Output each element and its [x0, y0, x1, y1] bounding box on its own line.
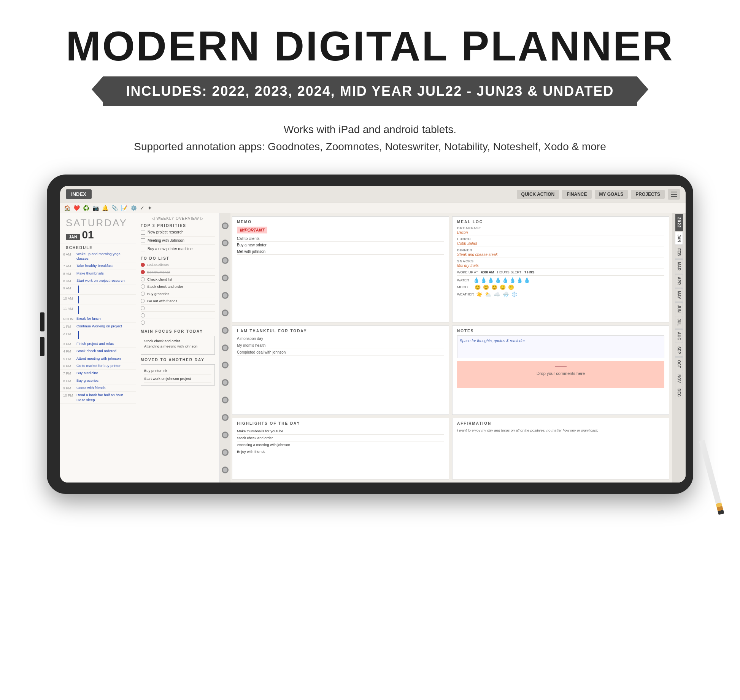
todo-3: Check client list [141, 277, 215, 283]
todo-5-radio[interactable] [141, 292, 145, 296]
time-1pm: 1 PM [63, 324, 76, 329]
highlights-title: HIGHLIGHTS OF THE DAY [237, 421, 444, 425]
month-tab-jan[interactable]: JAN [675, 232, 683, 245]
month-tab-apr[interactable]: APR [675, 274, 683, 287]
time-8am-b: 8 AM [63, 278, 76, 283]
schedule-text-4pm: Stock check and ordered [76, 349, 116, 353]
menu-button[interactable] [668, 189, 680, 200]
spiral-ring-2 [222, 240, 229, 246]
schedule-bar-2pm [78, 331, 79, 339]
year-tab-2022[interactable]: 2022 [675, 214, 683, 231]
bell-icon[interactable]: 🔔 [102, 205, 108, 211]
todo-1-radio[interactable] [141, 263, 145, 267]
recycle-icon[interactable]: ♻️ [83, 205, 89, 211]
mood-emoji-3: 😊 [491, 284, 497, 290]
moved-label: MOVED TO ANOTHER DAY [141, 358, 215, 362]
todo-9-radio[interactable] [141, 321, 145, 325]
priority-3-checkbox[interactable] [141, 247, 145, 251]
finance-tab[interactable]: FINANCE [562, 190, 591, 199]
camera-icon[interactable]: 📷 [92, 205, 99, 211]
memo-line-1: Call to clients [237, 237, 444, 242]
notes-text[interactable]: Space for thoughts, quotes & reminder [457, 335, 664, 358]
todo-7-radio[interactable] [141, 306, 145, 310]
dinner-section: DINNER Steak and chease steak [457, 248, 664, 257]
month-tab-may[interactable]: MAY [675, 288, 683, 302]
moved-box: Buy printer ink Start work on johnson pr… [141, 364, 215, 386]
affirmation-panel: AFFIRMATION I want to enjoy my day and f… [452, 418, 669, 479]
priority-1-checkbox[interactable] [141, 230, 145, 235]
schedule-text-5pm: Attent meeting with johnson [76, 356, 121, 361]
month-tab-dec[interactable]: DEC [675, 386, 683, 399]
menu-line-3 [671, 196, 677, 197]
month-tab-jun[interactable]: JUN [675, 302, 683, 315]
schedule-row-4pm: 4 PM Stock check and ordered [60, 348, 136, 355]
thankful-panel: I AM THANKFUL FOR TODAY A monsoon day My… [232, 325, 449, 415]
right-content: MEMO IMPORTANT Call to clients Buy a new… [230, 213, 672, 483]
hours-label: HOURS SLEPT [497, 270, 521, 274]
time-8pm: 8 PM [63, 378, 76, 383]
spiral-ring-6 [222, 310, 229, 316]
priority-2: Meeting with Johnson [141, 238, 215, 245]
my-goals-tab[interactable]: MY GOALS [595, 190, 628, 199]
todo-6-radio[interactable] [141, 299, 145, 303]
priority-1-text: New project research [148, 230, 183, 234]
mood-label: MOOD [457, 285, 472, 289]
home-icon[interactable]: 🏠 [64, 205, 70, 211]
breakfast-item: Bacon [457, 230, 664, 235]
schedule-text-8pm: Buy groceries [76, 378, 98, 383]
time-7pm: 7 PM [63, 371, 76, 375]
month-tab-sep[interactable]: SEP [675, 344, 683, 357]
schedule-text-8am-b: Start work on project research [76, 278, 125, 283]
todo-1-text: Call to clients [147, 263, 169, 267]
schedule-text-7pm: Buy Medicine [76, 371, 98, 375]
month-tab-mar[interactable]: MAR [675, 259, 683, 273]
month-tab-jul[interactable]: JUL [675, 316, 683, 329]
schedule-row-3pm: 3 PM Finish project and relax [60, 340, 136, 348]
weather-snow: ❄️ [511, 291, 518, 297]
spiral-ring-5 [222, 292, 229, 299]
gear-icon[interactable]: ⚙️ [130, 205, 137, 211]
lunch-label: LUNCH [457, 237, 664, 241]
moved-item-1: Buy printer ink [144, 367, 211, 375]
main-focus-box[interactable]: Stock check and order Attending a meetin… [141, 336, 215, 355]
tablet-wrapper: INDEX QUICK ACTION FINANCE MY GOALS PROJ… [47, 175, 693, 494]
spiral-ring-4 [222, 275, 229, 281]
priority-3-text: Buy a new printer machine [148, 247, 192, 251]
heart-icon[interactable]: ❤️ [73, 205, 80, 211]
schedule-row-8pm: 8 PM Buy groceries [60, 377, 136, 384]
quick-action-tab[interactable]: QUICK ACTION [517, 190, 559, 199]
side-button-1 [40, 312, 44, 331]
todo-8-radio[interactable] [141, 313, 145, 317]
month-tab-aug[interactable]: AUG [675, 329, 683, 343]
todo-3-radio[interactable] [141, 277, 145, 281]
paperclip-icon[interactable]: 📎 [111, 205, 118, 211]
index-tab[interactable]: INDEX [66, 189, 92, 199]
time-7am: 7 AM [63, 263, 76, 268]
projects-tab[interactable]: PROJECTS [631, 190, 665, 199]
todo-2-radio[interactable] [141, 270, 145, 274]
memo-panel: MEMO IMPORTANT Call to clients Buy a new… [232, 216, 449, 322]
woke-time: 6:00 AM [481, 270, 494, 274]
focus-line-2: Attending a meeting with johnson [144, 344, 211, 349]
weather-row: WEATHER ☀️ ⛅ ☁️ 🌧️ ❄️ [457, 291, 664, 297]
spiral-ring-15 [222, 467, 229, 473]
month-tab-nov[interactable]: NOV [675, 372, 683, 386]
header: MODERN DIGITAL PLANNER INCLUDES: 2022, 2… [0, 0, 740, 163]
schedule-row-10am: 10 AM [60, 295, 136, 305]
check-icon: ✓ [140, 205, 145, 211]
highlight-3: Attending a meeting with johnson [237, 441, 444, 448]
mood-emoji-4: 😐 [500, 284, 506, 290]
banner-text: INCLUDES: 2022, 2023, 2024, MID YEAR JUL… [103, 76, 637, 106]
todo-4-radio[interactable] [141, 284, 145, 289]
schedule-label: SCHEDULE [60, 243, 136, 251]
month-tab-oct[interactable]: OCT [675, 357, 683, 371]
todo-1: Call to clients [141, 263, 215, 268]
schedule-bar-10am [78, 296, 79, 303]
todo-5-text: Buy groceries [147, 292, 169, 296]
sticky-text: Drop your comments here [537, 371, 585, 376]
month-tab-feb[interactable]: FEB [675, 246, 683, 259]
stylus-pencil [699, 440, 724, 515]
priority-2-checkbox[interactable] [141, 238, 145, 243]
subtitle1: Works with iPad and android tablets. [15, 121, 725, 138]
note-icon[interactable]: 📝 [121, 205, 127, 211]
